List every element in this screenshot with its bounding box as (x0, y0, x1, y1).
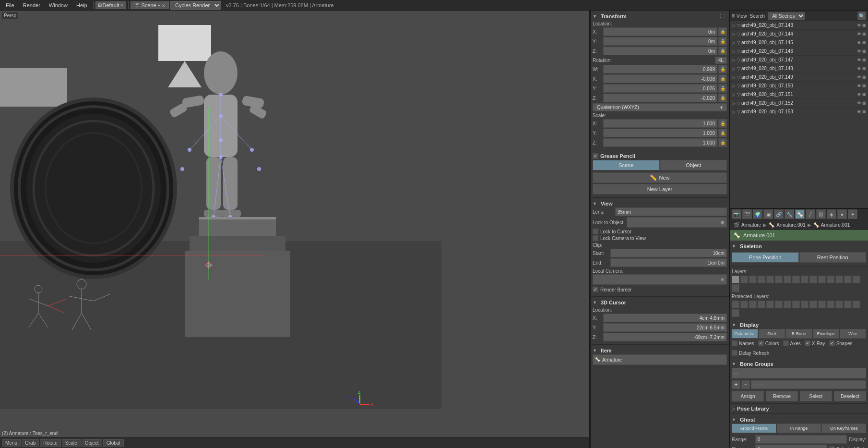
global-item[interactable]: Global (103, 439, 124, 447)
prot-layer-btn-2[interactable] (749, 301, 757, 308)
lock-to-cursor-checkbox[interactable] (593, 229, 598, 234)
visibility-icon[interactable]: 👁 (857, 84, 861, 88)
tab-octahedral[interactable]: Octahedral (732, 329, 758, 339)
layer-btn-7[interactable] (792, 276, 800, 283)
new-grease-pencil-button[interactable]: ✏️ New (593, 172, 727, 183)
world-settings-icon[interactable]: 🌍 (753, 209, 762, 219)
armature-data-icon[interactable]: 🦴 (795, 209, 805, 219)
tab-around-frame[interactable]: Around Frame (732, 424, 776, 433)
layer-btn-9[interactable] (809, 276, 817, 283)
object-settings-icon[interactable]: ▣ (763, 209, 773, 219)
menu-window[interactable]: Window (45, 1, 71, 9)
skeleton-header[interactable]: ▼ Skeleton (732, 242, 866, 250)
layout-close-icon[interactable]: ✕ (120, 3, 124, 8)
bone-constraints-icon[interactable]: ⛓ (816, 209, 826, 219)
lock-camera-checkbox[interactable] (593, 235, 598, 241)
list-item[interactable]: ▷ ▽ arch49_020_obj_07.148 👁 ▦ (730, 64, 868, 73)
list-item[interactable]: ▷ ▽ arch49_020_obj_07.147 👁 ▦ (730, 56, 868, 64)
layer-btn-12[interactable] (835, 276, 843, 283)
cursor-y-field[interactable]: 22cm 6.5mm (603, 323, 727, 332)
assign-button[interactable]: Assign (732, 391, 764, 401)
scene-settings-icon[interactable]: 🎬 (742, 209, 752, 219)
loc-y-field[interactable]: 0m (603, 37, 717, 46)
range-field[interactable]: 0 (755, 435, 847, 444)
layer-btn-13[interactable] (844, 276, 852, 283)
ghost-header[interactable]: ▼ Ghost (732, 416, 866, 424)
pose-library-section[interactable]: ▷ Pose Library (730, 404, 868, 414)
item-header[interactable]: ▼ Item (593, 347, 727, 354)
layer-btn-2[interactable] (749, 276, 757, 283)
list-item[interactable]: ▷ ▽ arch49_020_obj_07.152 👁 ▦ (730, 99, 868, 108)
tab-bbone[interactable]: B-Bone (785, 329, 812, 339)
render-icon[interactable]: ▦ (862, 84, 866, 88)
delay-refresh-checkbox[interactable] (732, 350, 737, 356)
prot-layer-btn-3[interactable] (758, 301, 765, 308)
particles-icon[interactable]: ✦ (848, 209, 857, 219)
menu-file[interactable]: File (2, 1, 18, 9)
data-icon[interactable]: ◈ (827, 209, 836, 219)
bone-icon[interactable]: ╱ (806, 209, 815, 219)
scale-item[interactable]: Scale (62, 439, 81, 447)
render-icon[interactable]: ▦ (862, 58, 866, 62)
prot-layer-btn-9[interactable] (809, 301, 817, 308)
list-item[interactable]: ▷ ▽ arch49_020_obj_07.151 👁 ▦ (730, 90, 868, 99)
list-item[interactable]: ▷ ▽ arch49_020_obj_07.153 👁 ▦ (730, 108, 868, 116)
xray-checkbox[interactable] (805, 340, 810, 346)
prot-layer-btn-1[interactable] (740, 301, 748, 308)
colors-checkbox[interactable] (758, 340, 764, 346)
menu-help[interactable]: Help (72, 1, 91, 9)
layer-btn-11[interactable] (827, 276, 834, 283)
clip-start-field[interactable]: 10cm (610, 249, 727, 257)
grease-pencil-checkbox[interactable] (593, 153, 598, 159)
cursor-header[interactable]: ▼ 3D Cursor (593, 299, 727, 306)
visibility-icon[interactable]: 👁 (857, 66, 861, 71)
render-icon[interactable]: ▦ (862, 109, 866, 114)
scene-add-icon[interactable]: + (158, 3, 160, 8)
render-icon[interactable]: ▦ (862, 40, 866, 45)
display-header[interactable]: ▼ Display (732, 321, 866, 329)
rot-w-lock-icon[interactable]: 🔒 (718, 65, 727, 73)
list-item[interactable]: ▷ ▽ arch49_020_obj_07.145 👁 ▦ (730, 38, 868, 47)
deselect-button[interactable]: Deselect (834, 391, 866, 401)
shapes-checkbox[interactable] (829, 340, 835, 346)
armature-field[interactable]: 🦴 Armature (593, 354, 727, 365)
bone-groups-header[interactable]: ▼ Bone Groups (732, 360, 866, 368)
transform-options-icon[interactable]: ⋮⋮ (718, 14, 727, 19)
visibility-icon[interactable]: 👁 (857, 109, 861, 114)
tab-scene[interactable]: Scene (593, 160, 660, 170)
rot-y-lock-icon[interactable]: 🔒 (718, 84, 727, 93)
viewport-3d[interactable]: X Z Y Persp (2) Armature : Toes_r_end Me… (0, 11, 590, 448)
remove-button[interactable]: Remove (766, 391, 798, 401)
scene-close-icon[interactable]: ✕ (162, 3, 166, 8)
layer-btn-3[interactable] (758, 276, 765, 283)
tab-object[interactable]: Object (660, 160, 727, 170)
select-button[interactable]: Select (800, 391, 832, 401)
grease-pencil-header[interactable]: Grease Pencil (593, 152, 727, 160)
local-camera-field[interactable]: ⊕ (593, 274, 727, 285)
clip-end-field[interactable]: 1km 0m (610, 258, 727, 267)
new-layer-button[interactable]: New Layer (593, 184, 727, 194)
loc-y-lock-icon[interactable]: 🔒 (718, 37, 727, 46)
visibility-icon[interactable]: 👁 (857, 75, 861, 80)
material-icon[interactable]: ● (837, 209, 847, 219)
rotation-mode-selector[interactable]: Quaternion (WXYZ) ▾ (593, 103, 727, 111)
tab-pose-position[interactable]: Pose Position (732, 252, 799, 263)
prot-layer-btn-6[interactable] (784, 301, 791, 308)
prot-layer-btn-0[interactable] (732, 301, 739, 308)
render-icon[interactable]: ▦ (862, 101, 866, 105)
layer-btn-8[interactable] (801, 276, 809, 283)
tab-in-range[interactable]: In Range (777, 424, 821, 433)
visibility-icon[interactable]: 👁 (857, 92, 861, 97)
tab-envelope[interactable]: Envelope (813, 329, 839, 339)
rot-x-lock-icon[interactable]: 🔒 (718, 74, 727, 83)
prot-layer-btn-8[interactable] (801, 301, 809, 308)
view-toggle-icon[interactable]: ⊞ (732, 13, 736, 18)
rot-z-lock-icon[interactable]: 🔒 (718, 94, 727, 102)
prot-layer-btn-12[interactable] (835, 301, 843, 308)
visibility-icon[interactable]: 👁 (857, 32, 861, 36)
list-item[interactable]: ▷ ▽ arch49_020_obj_07.149 👁 ▦ (730, 73, 868, 82)
selected-only-checkbox[interactable] (829, 446, 835, 448)
layer-btn-0[interactable] (732, 276, 739, 283)
scale-z-lock-icon[interactable]: 🔒 (718, 138, 727, 147)
render-icon[interactable]: ▦ (862, 92, 866, 97)
